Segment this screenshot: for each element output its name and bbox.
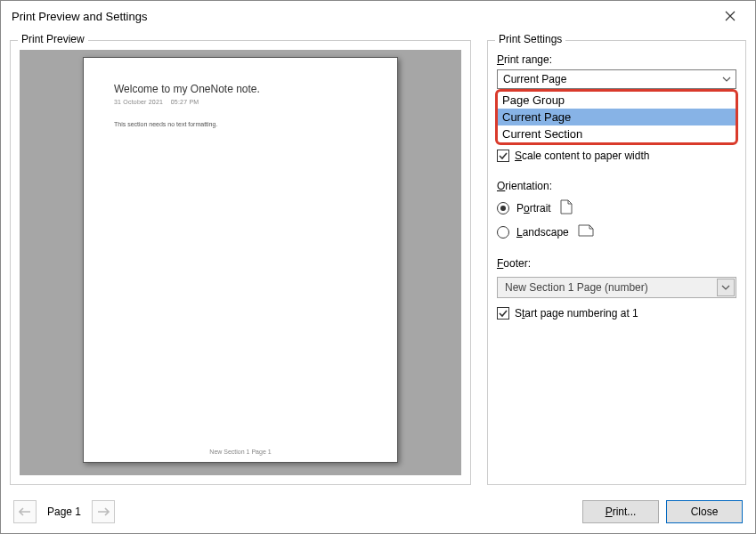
print-range-dropdown: Page Group Current Page Current Section xyxy=(495,89,738,145)
preview-group: Print Preview Welcome to my OneNote note… xyxy=(10,40,471,485)
page-date: 31 October 2021 xyxy=(114,99,163,105)
portrait-radio-row[interactable]: Portrait xyxy=(497,199,736,217)
orientation-label: Orientation: xyxy=(497,180,736,192)
settings-group: Print Settings Print range: Current Page… xyxy=(487,40,746,485)
chevron-down-icon xyxy=(717,279,735,296)
footer-value: New Section 1 Page (number) xyxy=(505,281,648,294)
scale-checkbox-row[interactable]: Scale content to paper width xyxy=(497,150,736,162)
startnum-checkbox[interactable] xyxy=(497,307,509,320)
print-range-select[interactable]: Current Page Page Group Current Page Cur… xyxy=(497,69,736,89)
print-preview-dialog: Print Preview and Settings Print Preview… xyxy=(0,0,756,534)
arrow-right-icon xyxy=(97,506,110,517)
bottombar: Page 1 Print... Close xyxy=(1,490,755,533)
landscape-label: Landscape xyxy=(516,226,569,239)
page-indicator: Page 1 xyxy=(47,506,81,518)
page-footer: New Section 1 Page 1 xyxy=(84,449,397,455)
dialog-body: Print Preview Welcome to my OneNote note… xyxy=(10,40,746,490)
scale-label: Scale content to paper width xyxy=(515,150,649,162)
portrait-radio[interactable] xyxy=(497,202,509,214)
landscape-icon xyxy=(578,224,594,239)
chevron-down-icon xyxy=(719,72,734,86)
print-range-value: Current Page xyxy=(503,73,566,85)
preview-group-label: Print Preview xyxy=(18,33,88,45)
next-page-button[interactable] xyxy=(92,500,115,523)
landscape-radio[interactable] xyxy=(497,226,509,239)
page-body-line: This section needs no text formatting. xyxy=(114,121,367,127)
page-time: 05:27 PM xyxy=(171,99,199,105)
arrow-left-icon xyxy=(19,506,31,517)
print-range-option-page-group[interactable]: Page Group xyxy=(498,92,736,109)
print-rest: rint... xyxy=(613,506,637,518)
prev-page-button[interactable] xyxy=(13,500,37,523)
print-range-option-current-section[interactable]: Current Section xyxy=(498,125,736,142)
scale-checkbox[interactable] xyxy=(497,150,509,162)
settings-group-label: Print Settings xyxy=(495,33,565,45)
startnum-checkbox-row[interactable]: Start page numbering at 1 xyxy=(497,307,736,320)
portrait-icon xyxy=(560,199,573,217)
footer-label: Footer: xyxy=(497,257,736,270)
portrait-label: Portrait xyxy=(516,202,551,214)
print-button[interactable]: Print... xyxy=(582,500,659,523)
footer-select[interactable]: New Section 1 Page (number) xyxy=(497,277,736,298)
landscape-radio-row[interactable]: Landscape xyxy=(497,224,736,239)
close-button[interactable] xyxy=(712,4,748,28)
page-meta: 31 October 2021 05:27 PM xyxy=(114,99,367,105)
preview-area: Welcome to my OneNote note. 31 October 2… xyxy=(20,50,461,475)
close-icon xyxy=(725,11,736,21)
print-range-option-current-page[interactable]: Current Page xyxy=(498,109,736,125)
close-dialog-button[interactable]: Close xyxy=(666,500,743,523)
startnum-label: Start page numbering at 1 xyxy=(515,307,638,320)
print-range-label: Print range: xyxy=(497,53,736,66)
dialog-title: Print Preview and Settings xyxy=(12,10,712,23)
preview-page: Welcome to my OneNote note. 31 October 2… xyxy=(83,57,398,463)
titlebar: Print Preview and Settings xyxy=(1,1,755,31)
page-title: Welcome to my OneNote note. xyxy=(114,83,367,95)
